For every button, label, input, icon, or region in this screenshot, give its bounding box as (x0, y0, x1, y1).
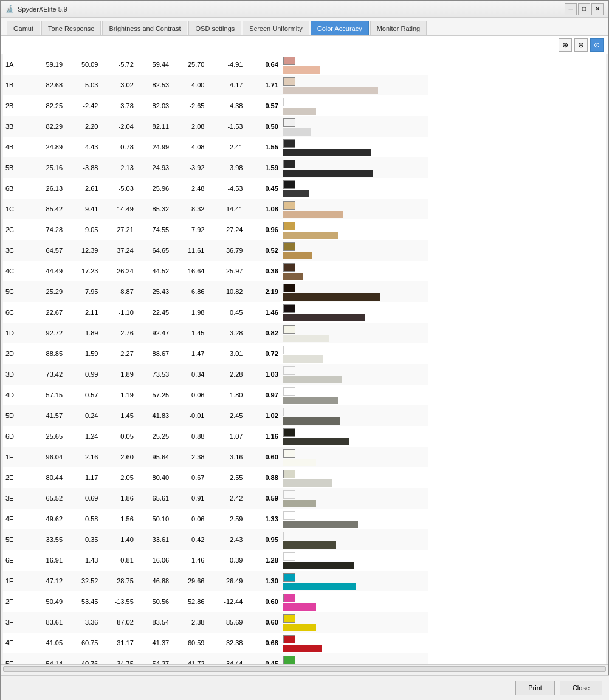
l1: 54.14 (30, 653, 65, 664)
close-button[interactable]: Close (560, 681, 602, 695)
tab-gamut[interactable]: Gamut (7, 21, 40, 35)
delta-e: 1.28 (245, 550, 280, 571)
delta-bar-cell (281, 612, 428, 633)
a1: 50.09 (65, 54, 100, 75)
a1: 4.43 (65, 137, 100, 157)
l1: 96.04 (30, 447, 65, 467)
a1: 0.58 (65, 509, 100, 529)
zoom-out-button[interactable]: ⊖ (574, 38, 588, 52)
table-row: 2B 82.25 -2.42 3.78 82.03 -2.65 4.38 0.5… (3, 95, 428, 116)
l1: 25.16 (30, 157, 65, 178)
a2: 0.34 (171, 364, 207, 385)
a2: 16.64 (171, 261, 207, 281)
table-row: 1B 82.68 5.03 3.02 82.53 4.00 4.17 1.71 (3, 75, 428, 95)
b2: 2.45 (207, 405, 245, 426)
b1: 1.19 (100, 385, 136, 405)
table-row: 2D 88.85 1.59 2.27 88.67 1.47 3.01 0.72 (3, 343, 428, 364)
tab-tone-response[interactable]: Tone Response (41, 21, 101, 35)
a2: 2.08 (171, 116, 207, 137)
a1: 1.59 (65, 343, 100, 364)
b1: -0.81 (100, 550, 136, 571)
row-id: 2D (3, 343, 30, 364)
l1: 49.62 (30, 509, 65, 529)
a2: 0.06 (171, 509, 207, 529)
b1: 2.60 (100, 447, 136, 467)
a2: 0.88 (171, 426, 207, 447)
b1: 8.87 (100, 281, 136, 302)
l2: 83.54 (136, 612, 171, 633)
tab-color-accuracy[interactable]: Color Accuracy (311, 21, 369, 35)
row-id: 6E (3, 550, 30, 571)
l1: 22.67 (30, 302, 65, 323)
l2: 82.03 (136, 95, 171, 116)
l2: 24.99 (136, 137, 171, 157)
b2: 14.41 (207, 199, 245, 219)
delta-bar-cell (281, 571, 428, 591)
l1: 26.13 (30, 178, 65, 199)
table-row: 1D 92.72 1.89 2.76 92.47 1.45 3.28 0.82 (3, 323, 428, 343)
tab-osd-settings[interactable]: OSD settings (188, 21, 241, 35)
row-id: 1F (3, 571, 30, 591)
a1: 0.99 (65, 364, 100, 385)
a2: 0.67 (171, 467, 207, 488)
b1: -5.72 (100, 54, 136, 75)
a2: 6.86 (171, 281, 207, 302)
table-row: 3F 83.61 3.36 87.02 83.54 2.38 85.69 0.6… (3, 612, 428, 633)
b2: 2.43 (207, 529, 245, 550)
l2: 80.40 (136, 467, 171, 488)
bottom-bar: Print Close (1, 675, 609, 700)
a2: 0.42 (171, 529, 207, 550)
row-id: 1E (3, 447, 30, 467)
zoom-in-button[interactable]: ⊕ (559, 38, 572, 52)
app-title: SpyderXElite 5.9 (18, 5, 67, 13)
b1: -1.10 (100, 302, 136, 323)
delta-bar-cell (281, 509, 428, 529)
b1: 1.89 (100, 364, 136, 385)
restore-button[interactable]: □ (578, 3, 590, 15)
a2: 11.61 (171, 240, 207, 261)
b2: -1.53 (207, 116, 245, 137)
l1: 88.85 (30, 343, 65, 364)
delta-e: 0.60 (245, 612, 280, 633)
delta-e: 0.60 (245, 591, 280, 612)
b1: 0.78 (100, 137, 136, 157)
row-id: 1A (3, 54, 30, 75)
table-row: 5F 54.14 -40.76 34.75 54.27 -41.72 34.44… (3, 653, 428, 664)
l2: 25.96 (136, 178, 171, 199)
delta-e: 1.55 (245, 137, 280, 157)
l1: 47.12 (30, 571, 65, 591)
delta-bar-cell (281, 281, 428, 302)
tab-brightness-contrast[interactable]: Brightness and Contrast (102, 21, 187, 35)
delta-e: 0.96 (245, 219, 280, 240)
b1: 14.49 (100, 199, 136, 219)
l1: 59.19 (30, 54, 65, 75)
a1: 1.89 (65, 323, 100, 343)
b1: 1.40 (100, 529, 136, 550)
row-id: 1B (3, 75, 30, 95)
minimize-button[interactable]: ─ (565, 3, 577, 15)
l1: 74.28 (30, 219, 65, 240)
table-row: 5D 41.57 0.24 1.45 41.83 -0.01 2.45 1.02 (3, 405, 428, 426)
close-window-button[interactable]: ✕ (591, 3, 604, 15)
a2: 4.00 (171, 75, 207, 95)
title-bar: 🔬 SpyderXElite 5.9 ─ □ ✕ (1, 1, 608, 18)
tab-screen-uniformity[interactable]: Screen Uniformity (243, 21, 309, 35)
tab-monitor-rating[interactable]: Monitor Rating (370, 21, 427, 35)
l1: 16.91 (30, 550, 65, 571)
fit-button[interactable]: ⊙ (590, 38, 604, 52)
table-row: 3C 64.57 12.39 37.24 64.65 11.61 36.79 0… (3, 240, 428, 261)
l1: 82.29 (30, 116, 65, 137)
b2: 36.79 (207, 240, 245, 261)
l2: 50.10 (136, 509, 171, 529)
horizontal-scrollbar[interactable] (3, 666, 606, 672)
delta-e: 1.30 (245, 571, 280, 591)
l2: 54.27 (136, 653, 171, 664)
a2: 2.38 (171, 447, 207, 467)
a1: 0.69 (65, 488, 100, 509)
a1: 2.61 (65, 178, 100, 199)
l1: 57.15 (30, 385, 65, 405)
table-row: 3E 65.52 0.69 1.86 65.61 0.91 2.42 0.59 (3, 488, 428, 509)
l1: 50.49 (30, 591, 65, 612)
print-button[interactable]: Print (515, 681, 555, 695)
l2: 57.25 (136, 385, 171, 405)
